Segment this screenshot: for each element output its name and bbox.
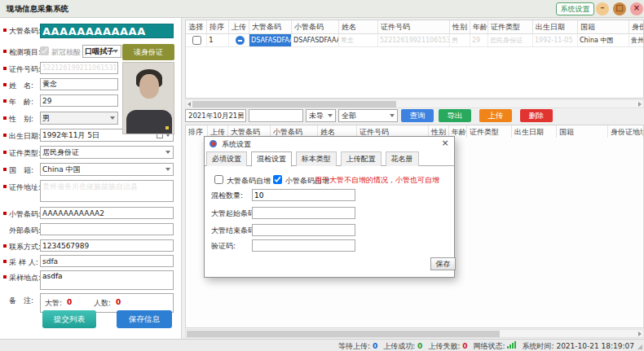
export-filter-select[interactable]: 未导 bbox=[306, 109, 336, 122]
tube-end-input[interactable] bbox=[252, 224, 355, 236]
big-tube-autoincrement-checkbox[interactable] bbox=[214, 175, 223, 184]
required-marker bbox=[3, 185, 7, 188]
gender-select[interactable]: 男 bbox=[40, 112, 118, 125]
tab-specimen-type[interactable]: 标本类型 bbox=[296, 151, 337, 166]
tab-pool-settings[interactable]: 混检设置 bbox=[251, 151, 292, 167]
col-header-name[interactable]: 姓名 bbox=[339, 20, 378, 33]
table-row[interactable]: 1 DSAFASDFAAAS DSAFASDFAAAS1 黄念 52212619… bbox=[186, 34, 643, 47]
close-button[interactable]: × bbox=[630, 2, 643, 15]
col-header-tube[interactable]: 大管条码 bbox=[249, 20, 292, 33]
pool-qty-label: 混检数量: bbox=[211, 191, 243, 201]
tab-roster[interactable]: 花名册 bbox=[386, 151, 419, 166]
query-keyword-input[interactable] bbox=[249, 109, 303, 122]
col-header-upload[interactable]: 上传 bbox=[229, 20, 249, 33]
nationality-select[interactable]: China 中国 bbox=[40, 163, 174, 176]
field-row-external-barcode: 外部条码: bbox=[0, 223, 182, 239]
col-header-select[interactable]: 选择 bbox=[186, 20, 207, 33]
captcha-input[interactable] bbox=[252, 239, 355, 252]
app-window: { "titlebar": { "title": "现场信息采集系统", "se… bbox=[0, 0, 644, 351]
field-row-small-tube: 小管条码: bbox=[0, 207, 182, 223]
col-header-gender[interactable]: 性别 bbox=[450, 20, 470, 33]
resize-grip[interactable] bbox=[637, 344, 642, 349]
col-header-age[interactable]: 年龄 bbox=[470, 20, 488, 33]
small-tube-input[interactable] bbox=[40, 207, 174, 219]
col-header-address[interactable]: 身份证地址 bbox=[629, 20, 644, 33]
system-settings-dialog: 系统设置 × 必填设置 混检设置 标本类型 上传配置 花名册 大管条码自增 小管… bbox=[204, 136, 455, 278]
upload-status-icon bbox=[236, 36, 245, 45]
col-header-nation[interactable]: 国籍 bbox=[557, 125, 608, 138]
gender-value: 男 bbox=[42, 114, 50, 122]
dialog-close-icon[interactable]: × bbox=[440, 138, 450, 148]
chevron-down-icon bbox=[113, 50, 118, 53]
col-header-cert-type[interactable]: 证件类型 bbox=[488, 20, 533, 33]
system-settings-button[interactable]: 系统设置 bbox=[556, 2, 594, 15]
col-header-birth[interactable]: 出生日期 bbox=[533, 20, 578, 33]
field-row-sample-site: 采样地点: asdfa bbox=[0, 270, 182, 292]
tube-count-value: 0 bbox=[67, 298, 72, 306]
row-select-checkbox[interactable] bbox=[192, 36, 201, 45]
col-header-nation[interactable]: 国籍 bbox=[578, 20, 629, 33]
tab-upload-config[interactable]: 上传配置 bbox=[341, 151, 382, 166]
chevron-down-icon bbox=[328, 114, 333, 117]
scrollbar-thumb[interactable] bbox=[192, 101, 396, 107]
col-header-birth[interactable]: 出生日期 bbox=[512, 125, 557, 138]
col-header-id[interactable]: 证件号码 bbox=[378, 20, 450, 33]
field-row-cert-type: 证件类型: 居民身份证 bbox=[0, 146, 182, 162]
scope-filter-select[interactable]: 全部 bbox=[338, 109, 398, 122]
read-id-card-button[interactable]: 读身份证（F5） bbox=[122, 44, 174, 60]
dialog-title: 系统设置 bbox=[222, 139, 251, 150]
dialog-tabs: 必填设置 混检设置 标本类型 上传配置 花名册 bbox=[205, 151, 454, 166]
covid-test-checkbox[interactable] bbox=[40, 46, 49, 55]
row-cert-type-cell: 居民身份证 bbox=[488, 34, 533, 46]
required-marker bbox=[3, 275, 7, 279]
maximize-button[interactable]: □ bbox=[613, 2, 626, 15]
field-row-tube: 大管条码: bbox=[0, 24, 182, 40]
id-number-input[interactable] bbox=[40, 62, 118, 74]
upload-fail-label: 上传失败: bbox=[428, 342, 460, 350]
dialog-save-button[interactable]: 保存 bbox=[430, 257, 456, 270]
tube-barcode-input[interactable] bbox=[40, 24, 174, 38]
scroll-left-icon[interactable] bbox=[187, 102, 191, 107]
statusbar: 等待上传: 0 上传成功: 0 上传失败: 0 网络状态: 系统时间: 2021… bbox=[0, 339, 644, 351]
small-tube-autoincrement-checkbox[interactable] bbox=[273, 175, 282, 184]
submit-list-button[interactable]: 提交列表（F7） bbox=[42, 310, 96, 328]
row-id-cell: 522126199211061531 bbox=[378, 34, 450, 46]
small-tube-label: 小管条码: bbox=[9, 209, 41, 220]
sampler-input[interactable] bbox=[40, 255, 174, 267]
age-input[interactable] bbox=[40, 94, 118, 107]
col-header-address[interactable]: 身份证地址 bbox=[608, 125, 644, 138]
col-header-small-tube[interactable]: 小管条码 bbox=[292, 20, 339, 33]
upload-button[interactable]: 上传 bbox=[479, 109, 512, 122]
chevron-down-icon bbox=[110, 116, 115, 120]
external-barcode-input[interactable] bbox=[40, 223, 174, 235]
pool-qty-input[interactable] bbox=[252, 189, 355, 201]
save-info-button[interactable]: 保存信息（F9） bbox=[117, 310, 172, 328]
minimize-button[interactable]: – bbox=[596, 2, 609, 15]
scroll-right-icon[interactable] bbox=[638, 331, 642, 336]
network-status-label: 网络状态: bbox=[474, 342, 505, 350]
query-date-select[interactable]: 2021年10月21日 bbox=[185, 109, 246, 122]
tube-start-input[interactable] bbox=[252, 207, 355, 219]
swab-type-select[interactable]: 口咽拭子 bbox=[82, 45, 121, 58]
portrait-photo bbox=[122, 62, 174, 134]
contact-label: 联系方式: bbox=[9, 242, 41, 252]
cert-type-select[interactable]: 居民身份证 bbox=[40, 146, 174, 159]
upload-success-label: 上传成功: bbox=[383, 342, 415, 350]
name-input[interactable] bbox=[40, 78, 118, 90]
cert-address-textarea[interactable]: 贵州省务川仡佬族苗族自治县 bbox=[40, 180, 174, 202]
delete-button[interactable]: 删除 bbox=[520, 109, 553, 122]
col-header-order[interactable]: 排序 bbox=[207, 20, 229, 33]
sample-site-textarea[interactable]: asdfa bbox=[40, 270, 174, 290]
export-button[interactable]: 导出 bbox=[439, 109, 471, 122]
scroll-right-icon[interactable] bbox=[638, 102, 642, 107]
scrollbar-thumb[interactable] bbox=[187, 331, 500, 337]
contact-input[interactable] bbox=[40, 239, 174, 252]
nationality-label: 国 籍: bbox=[9, 165, 33, 176]
col-header-cert-type[interactable]: 证件类型 bbox=[467, 125, 512, 138]
chevron-down-icon bbox=[165, 168, 170, 171]
tab-required-settings[interactable]: 必填设置 bbox=[206, 151, 247, 166]
people-count-value: 0 bbox=[116, 298, 121, 306]
history-table-hscrollbar bbox=[185, 329, 644, 338]
wait-upload-value: 0 bbox=[373, 342, 377, 350]
query-button[interactable]: 查询 bbox=[401, 109, 434, 122]
